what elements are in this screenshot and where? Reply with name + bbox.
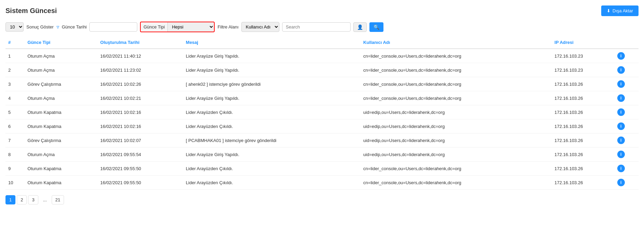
- cell-tarih: 16/02/2021 11:40:12: [98, 49, 183, 63]
- filtre-alani-label: Filtre Alanı: [217, 24, 238, 30]
- cell-id: 2: [5, 63, 25, 77]
- info-button[interactable]: i: [617, 52, 625, 60]
- gunce-tipi-select[interactable]: Hepsi Oturum Açma Oturum Kapatma Görev Ç…: [167, 22, 214, 32]
- col-tarih: Oluşturulma Tarihi: [98, 36, 183, 49]
- cell-mesaj: Lider Arayüze Giriş Yapıldı.: [183, 63, 361, 77]
- cell-kullanici: uid=edip,ou=Users,dc=liderahenk,dc=org: [361, 148, 552, 162]
- col-kullanici: Kullanıcı Adı: [361, 36, 552, 49]
- cell-action: i: [615, 133, 639, 148]
- cell-ip: 172.16.103.26: [552, 133, 615, 148]
- cell-action: i: [615, 77, 639, 91]
- col-mesaj: Mesaj: [183, 36, 361, 49]
- cell-mesaj: Lider Arayüzden Çıkıldı.: [183, 105, 361, 119]
- search-input[interactable]: [282, 22, 351, 32]
- cell-kullanici: cn=lider_console,ou=Users,dc=liderahenk,…: [361, 49, 552, 63]
- cell-tarih: 16/02/2021 10:02:21: [98, 91, 183, 105]
- cell-ip: 172.16.103.26: [552, 176, 615, 190]
- cell-mesaj: Lider Arayüzden Çıkıldı.: [183, 119, 361, 133]
- page-btn-1[interactable]: 1: [5, 195, 15, 204]
- cell-kullanici: uid=edip,ou=Users,dc=liderahenk,dc=org: [361, 105, 552, 119]
- table-row: 5 Oturum Kapatma 16/02/2021 10:02:16 Lid…: [5, 105, 639, 119]
- gunce-tarihi-input[interactable]: [89, 22, 137, 32]
- table-body: 1 Oturum Açma 16/02/2021 11:40:12 Lider …: [5, 49, 639, 190]
- filter-icon: ▿: [56, 24, 59, 30]
- cell-ip: 172.16.103.26: [552, 77, 615, 91]
- cell-tarih: 16/02/2021 11:23:02: [98, 63, 183, 77]
- cell-action: i: [615, 119, 639, 133]
- cell-id: 6: [5, 119, 25, 133]
- info-button[interactable]: i: [617, 94, 625, 102]
- cell-id: 10: [5, 176, 25, 190]
- cell-action: i: [615, 91, 639, 105]
- cell-tip: Oturum Kapatma: [25, 119, 98, 133]
- cell-ip: 172.16.103.23: [552, 63, 615, 77]
- page-container: Sistem Güncesi ⬇ Dışa Aktar 10 25 50 Son…: [0, 0, 644, 210]
- table-row: 2 Oturum Açma 16/02/2021 11:23:02 Lider …: [5, 63, 639, 77]
- info-button[interactable]: i: [617, 137, 625, 144]
- cell-kullanici: cn=lider_console,ou=Users,dc=liderahenk,…: [361, 176, 552, 190]
- info-button[interactable]: i: [617, 151, 625, 158]
- cell-kullanici: uid=edip,ou=Users,dc=liderahenk,dc=org: [361, 119, 552, 133]
- cell-tarih: 16/02/2021 09:55:54: [98, 148, 183, 162]
- cell-kullanici: uid=edip,ou=Users,dc=liderahenk,dc=org: [361, 133, 552, 148]
- cell-tarih: 16/02/2021 10:02:16: [98, 119, 183, 133]
- cell-tarih: 16/02/2021 09:55:50: [98, 162, 183, 176]
- cell-kullanici: cn=lider_console,ou=Users,dc=liderahenk,…: [361, 162, 552, 176]
- cell-kullanici: cn=lider_console,ou=Users,dc=liderahenk,…: [361, 91, 552, 105]
- cell-ip: 172.16.103.26: [552, 91, 615, 105]
- cell-action: i: [615, 49, 639, 63]
- cell-action: i: [615, 176, 639, 190]
- cell-id: 5: [5, 105, 25, 119]
- cell-action: i: [615, 162, 639, 176]
- cell-id: 1: [5, 49, 25, 63]
- info-button[interactable]: i: [617, 66, 625, 74]
- cell-mesaj: Lider Arayüzden Çıkıldı.: [183, 162, 361, 176]
- cell-tarih: 16/02/2021 10:02:16: [98, 105, 183, 119]
- cell-tip: Görev Çalıştırma: [25, 133, 98, 148]
- cell-id: 7: [5, 133, 25, 148]
- export-label: Dışa Aktar: [613, 8, 633, 13]
- table-row: 3 Görev Çalıştırma 16/02/2021 10:02:26 […: [5, 77, 639, 91]
- filtre-alani-select[interactable]: Kullanıcı Adı IP Adresi Mesaj: [241, 22, 279, 32]
- info-button[interactable]: i: [617, 165, 625, 172]
- pagination: 1 2 3 ... 21: [5, 195, 639, 204]
- cell-tip: Oturum Kapatma: [25, 176, 98, 190]
- export-button[interactable]: ⬇ Dışa Aktar: [601, 5, 639, 16]
- gunce-tarihi-label: Günce Tarihi: [62, 24, 87, 30]
- cell-mesaj: Lider Arayüzden Çıkıldı.: [183, 176, 361, 190]
- table-row: 10 Oturum Kapatma 16/02/2021 09:55:50 Li…: [5, 176, 639, 190]
- cell-tip: Oturum Kapatma: [25, 162, 98, 176]
- cell-tip: Oturum Kapatma: [25, 105, 98, 119]
- cell-ip: 172.16.103.23: [552, 49, 615, 63]
- col-actions: [615, 36, 639, 49]
- cell-tip: Oturum Açma: [25, 91, 98, 105]
- gunce-tipi-label: Günce Tipi: [141, 23, 167, 31]
- table-row: 4 Oturum Açma 16/02/2021 10:02:21 Lider …: [5, 91, 639, 105]
- cell-tip: Oturum Açma: [25, 63, 98, 77]
- cell-id: 9: [5, 162, 25, 176]
- cell-ip: 172.16.103.26: [552, 148, 615, 162]
- page-btn-dots: ...: [40, 196, 50, 204]
- cell-ip: 172.16.103.26: [552, 105, 615, 119]
- export-icon: ⬇: [607, 8, 610, 13]
- cell-tarih: 16/02/2021 10:02:26: [98, 77, 183, 91]
- cell-action: i: [615, 148, 639, 162]
- search-go-button[interactable]: 🔍: [369, 22, 383, 32]
- info-button[interactable]: i: [617, 122, 625, 130]
- page-btn-2[interactable]: 2: [17, 195, 27, 204]
- result-count-select[interactable]: 10 25 50: [5, 22, 24, 32]
- result-count-label: Sonuç Göster: [26, 24, 54, 30]
- cell-mesaj: Lider Arayüze Giriş Yapıldı.: [183, 49, 361, 63]
- page-btn-3[interactable]: 3: [28, 195, 38, 204]
- cell-mesaj: Lider Arayüze Giriş Yapıldı.: [183, 148, 361, 162]
- cell-id: 3: [5, 77, 25, 91]
- page-btn-21[interactable]: 21: [52, 195, 64, 204]
- info-button[interactable]: i: [617, 80, 625, 88]
- info-button[interactable]: i: [617, 108, 625, 116]
- cell-id: 4: [5, 91, 25, 105]
- col-ip: IP Adresi: [552, 36, 615, 49]
- table-row: 8 Oturum Açma 16/02/2021 09:55:54 Lider …: [5, 148, 639, 162]
- search-person-button[interactable]: 👤: [353, 22, 367, 32]
- cell-id: 8: [5, 148, 25, 162]
- info-button[interactable]: i: [617, 179, 625, 186]
